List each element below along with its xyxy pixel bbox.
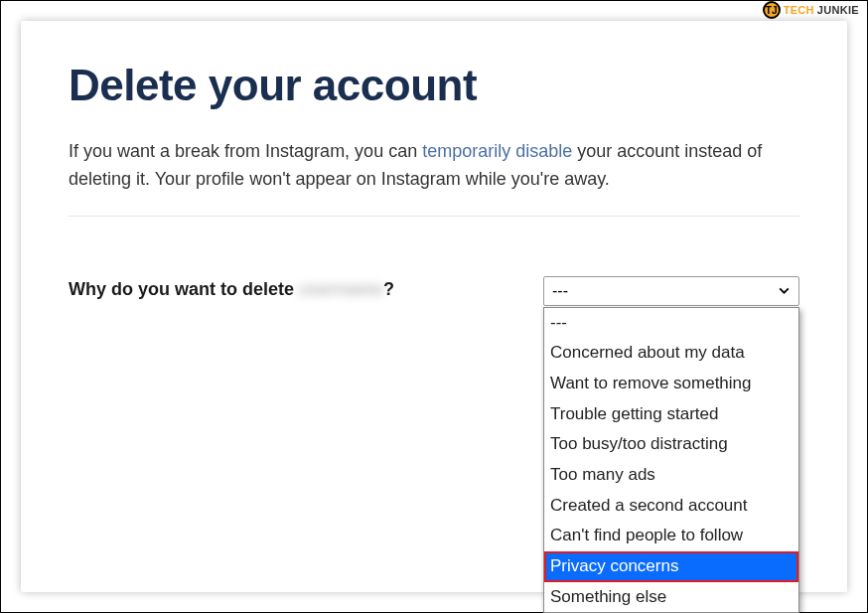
page-frame: TJ TECHJUNKIE Delete your account If you… bbox=[0, 0, 868, 613]
description-text: If you want a break from Instagram, you … bbox=[69, 138, 799, 217]
watermark: TJ TECHJUNKIE bbox=[763, 1, 859, 19]
desc-prefix: If you want a break from Instagram, you … bbox=[69, 141, 422, 161]
reason-option[interactable]: Want to remove something bbox=[544, 369, 798, 399]
reason-select-wrap: --- ---Concerned about my dataWant to re… bbox=[543, 276, 799, 306]
reason-option[interactable]: Concerned about my data bbox=[544, 338, 798, 369]
temporarily-disable-link[interactable]: temporarily disable bbox=[422, 141, 572, 161]
reason-option[interactable]: Privacy concerns bbox=[544, 551, 798, 582]
reason-option[interactable]: Something else bbox=[544, 582, 798, 613]
watermark-text-2: JUNKIE bbox=[817, 4, 859, 16]
watermark-text-1: TECH bbox=[784, 4, 814, 16]
reason-option[interactable]: Too busy/too distracting bbox=[544, 429, 798, 460]
reason-dropdown-list: ---Concerned about my dataWant to remove… bbox=[543, 307, 799, 613]
page-title: Delete your account bbox=[69, 61, 799, 110]
question-suffix: ? bbox=[383, 279, 394, 299]
reason-option[interactable]: --- bbox=[544, 308, 798, 339]
reason-select-value: --- bbox=[552, 282, 568, 300]
content-card: Delete your account If you want a break … bbox=[21, 21, 847, 592]
chevron-down-icon bbox=[777, 284, 791, 298]
question-row: Why do you want to delete username? --- … bbox=[69, 276, 799, 306]
reason-option[interactable]: Too many ads bbox=[544, 460, 798, 491]
question-blurred-username: username bbox=[299, 279, 383, 299]
question-prefix: Why do you want to delete bbox=[69, 279, 299, 299]
reason-select[interactable]: --- bbox=[543, 276, 799, 306]
reason-option[interactable]: Created a second account bbox=[544, 491, 798, 522]
reason-option[interactable]: Can't find people to follow bbox=[544, 521, 798, 551]
question-label: Why do you want to delete username? bbox=[69, 276, 394, 300]
reason-option[interactable]: Trouble getting started bbox=[544, 399, 798, 430]
watermark-icon: TJ bbox=[763, 1, 781, 19]
